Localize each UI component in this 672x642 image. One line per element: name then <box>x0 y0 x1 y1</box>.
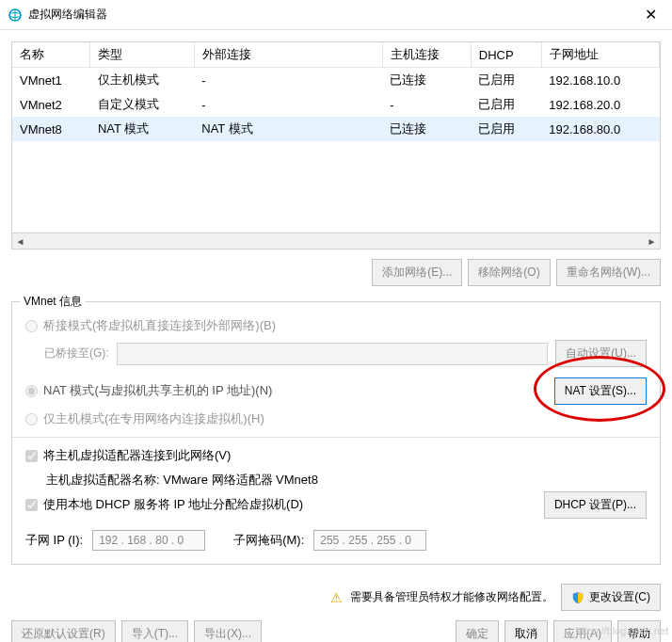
col-dhcp[interactable]: DHCP <box>471 42 541 68</box>
app-icon <box>8 8 23 23</box>
table-row[interactable]: VMnet1仅主机模式-已连接已启用192.168.10.0 <box>12 68 660 93</box>
hostonly-mode-radio[interactable]: 仅主机模式(在专用网络内连接虚拟机)(H) <box>25 410 647 427</box>
window-title: 虚拟网络编辑器 <box>28 7 107 23</box>
subnet-mask-label: 子网掩码(M): <box>233 532 304 549</box>
ok-button[interactable]: 确定 <box>456 620 499 642</box>
admin-warning-text: 需要具备管理员特权才能修改网络配置。 <box>350 589 553 605</box>
subnet-ip-input[interactable] <box>92 530 205 551</box>
cancel-button[interactable]: 取消 <box>504 620 548 642</box>
scroll-right-icon[interactable]: ► <box>644 233 660 249</box>
remove-network-button[interactable]: 移除网络(O) <box>468 259 550 286</box>
add-network-button[interactable]: 添加网络(E)... <box>372 259 462 286</box>
connect-adapter-checkbox[interactable]: 将主机虚拟适配器连接到此网络(V) <box>25 447 647 464</box>
change-settings-button[interactable]: 更改设置(C) <box>561 584 661 611</box>
network-table: 名称 类型 外部连接 主机连接 DHCP 子网地址 VMnet1仅主机模式-已连… <box>11 41 661 249</box>
col-name[interactable]: 名称 <box>12 42 90 68</box>
adapter-name-label: 主机虚拟适配器名称: VMware 网络适配器 VMnet8 <box>46 472 647 489</box>
rename-network-button[interactable]: 重命名网络(W)... <box>556 259 661 286</box>
col-host[interactable]: 主机连接 <box>382 42 471 68</box>
restore-defaults-button[interactable]: 还原默认设置(R) <box>11 620 116 642</box>
subnet-mask-input[interactable] <box>313 530 426 551</box>
bridge-mode-radio[interactable]: 桥接模式(将虚拟机直接连接到外部网络)(B) <box>25 317 647 334</box>
auto-settings-button[interactable]: 自动设置(U)... <box>555 340 647 367</box>
table-row[interactable]: VMnet8NAT 模式NAT 模式已连接已启用192.168.80.0 <box>12 117 660 141</box>
vmnet-info-fieldset: VMnet 信息 桥接模式(将虚拟机直接连接到外部网络)(B) 已桥接至(G):… <box>11 301 661 565</box>
bridge-to-select[interactable] <box>117 343 549 365</box>
nat-mode-radio[interactable]: NAT 模式(与虚拟机共享主机的 IP 地址)(N) <box>25 382 272 399</box>
table-header-row: 名称 类型 外部连接 主机连接 DHCP 子网地址 <box>12 42 660 68</box>
warning-icon: ⚠ <box>330 590 343 605</box>
hostonly-radio-input[interactable] <box>25 413 38 425</box>
bridge-to-label: 已桥接至(G): <box>44 345 109 361</box>
subnet-ip-label: 子网 IP (I): <box>25 532 83 549</box>
col-ext[interactable]: 外部连接 <box>194 42 382 68</box>
dhcp-settings-button[interactable]: DHCP 设置(P)... <box>544 491 647 519</box>
import-button[interactable]: 导入(T)... <box>121 620 188 642</box>
nat-radio-input[interactable] <box>25 385 38 397</box>
export-button[interactable]: 导出(X)... <box>194 620 262 642</box>
connect-adapter-input[interactable] <box>25 450 38 462</box>
watermark: https://blog.csdn.net <box>576 625 668 636</box>
use-dhcp-input[interactable] <box>25 499 38 511</box>
close-button[interactable]: ✕ <box>637 4 664 25</box>
scroll-left-icon[interactable]: ◄ <box>12 233 28 249</box>
title-bar: 虚拟网络编辑器 ✕ <box>0 0 672 30</box>
bridge-radio-input[interactable] <box>25 320 38 332</box>
horizontal-scrollbar[interactable]: ◄ ► <box>12 233 660 249</box>
col-subnet[interactable]: 子网地址 <box>541 42 659 68</box>
nat-settings-button[interactable]: NAT 设置(S)... <box>554 377 647 405</box>
col-type[interactable]: 类型 <box>90 42 194 68</box>
use-dhcp-checkbox[interactable]: 使用本地 DHCP 服务将 IP 地址分配给虚拟机(D) <box>25 496 303 513</box>
table-row[interactable]: VMnet2自定义模式--已启用192.168.20.0 <box>12 92 660 117</box>
vmnet-info-legend: VMnet 信息 <box>20 294 86 310</box>
